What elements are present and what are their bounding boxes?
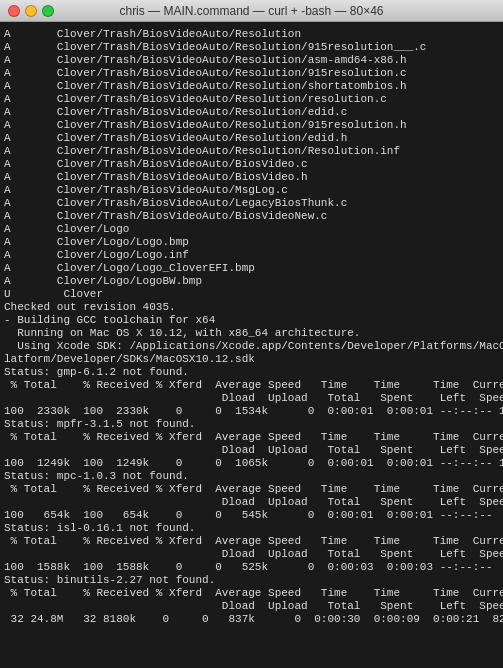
terminal-line: Dload Upload Total Spent Left Speed (4, 600, 499, 613)
terminal-line: A Clover/Trash/BiosVideoAuto/BiosVideo.h (4, 171, 499, 184)
terminal-line: Dload Upload Total Spent Left Speed (4, 392, 499, 405)
terminal-line: A Clover/Logo/Logo.bmp (4, 236, 499, 249)
terminal-line: % Total % Received % Xferd Average Speed… (4, 535, 499, 548)
terminal-line: A Clover/Trash/BiosVideoAuto/Resolution/… (4, 119, 499, 132)
terminal-line: Dload Upload Total Spent Left Speed (4, 496, 499, 509)
title-bar-buttons (8, 5, 54, 17)
terminal-line: A Clover/Trash/BiosVideoAuto/Resolution/… (4, 80, 499, 93)
close-button[interactable] (8, 5, 20, 17)
minimize-button[interactable] (25, 5, 37, 17)
terminal-line: A Clover/Trash/BiosVideoAuto/Resolution/… (4, 145, 499, 158)
terminal-line: A Clover/Trash/BiosVideoAuto/BiosVideoNe… (4, 210, 499, 223)
terminal-line: - Building GCC toolchain for x64 (4, 314, 499, 327)
terminal-line: A Clover/Trash/BiosVideoAuto/Resolution/… (4, 106, 499, 119)
terminal-line: A Clover/Logo (4, 223, 499, 236)
terminal-line: 100 2330k 100 2330k 0 0 1534k 0 0:00:01 … (4, 405, 499, 418)
window-title: chris — MAIN.command — curl + -bash — 80… (119, 4, 383, 18)
terminal-line: A Clover/Logo/LogoBW.bmp (4, 275, 499, 288)
terminal-line: Checked out revision 4035. (4, 301, 499, 314)
terminal-line: U Clover (4, 288, 499, 301)
terminal-line: 100 654k 100 654k 0 0 545k 0 0:00:01 0:0… (4, 509, 499, 522)
terminal-line: Running on Mac OS X 10.12, with x86_64 a… (4, 327, 499, 340)
terminal-line: Status: mpc-1.0.3 not found. (4, 470, 499, 483)
terminal-line: A Clover/Logo/Logo.inf (4, 249, 499, 262)
terminal-line: Dload Upload Total Spent Left Speed (4, 548, 499, 561)
terminal-line: Status: binutils-2.27 not found. (4, 574, 499, 587)
terminal-line: A Clover/Trash/BiosVideoAuto/Resolution/… (4, 67, 499, 80)
terminal-line: A Clover/Trash/BiosVideoAuto/LegacyBiosT… (4, 197, 499, 210)
terminal-line: A Clover/Trash/BiosVideoAuto/Resolution/… (4, 41, 499, 54)
terminal-line: A Clover/Trash/BiosVideoAuto/Resolution/… (4, 93, 499, 106)
terminal-line: Using Xcode SDK: /Applications/Xcode.app… (4, 340, 499, 353)
terminal-line: A Clover/Logo/Logo_CloverEFI.bmp (4, 262, 499, 275)
terminal-line: A Clover/Trash/BiosVideoAuto/Resolution/… (4, 132, 499, 145)
title-bar: chris — MAIN.command — curl + -bash — 80… (0, 0, 503, 22)
terminal-line: % Total % Received % Xferd Average Speed… (4, 483, 499, 496)
terminal-line: 100 1588k 100 1588k 0 0 525k 0 0:00:03 0… (4, 561, 499, 574)
terminal-line: 32 24.8M 32 8180k 0 0 837k 0 0:00:30 0:0… (4, 613, 499, 626)
terminal-line: Status: mpfr-3.1.5 not found. (4, 418, 499, 431)
terminal-line: % Total % Received % Xferd Average Speed… (4, 587, 499, 600)
terminal-line: A Clover/Trash/BiosVideoAuto/BiosVideo.c (4, 158, 499, 171)
terminal-line: % Total % Received % Xferd Average Speed… (4, 431, 499, 444)
terminal-line: Status: isl-0.16.1 not found. (4, 522, 499, 535)
terminal-line: 100 1249k 100 1249k 0 0 1065k 0 0:00:01 … (4, 457, 499, 470)
terminal-line: A Clover/Trash/BiosVideoAuto/Resolution/… (4, 54, 499, 67)
terminal-line: Dload Upload Total Spent Left Speed (4, 444, 499, 457)
terminal: A Clover/Trash/BiosVideoAuto/ResolutionA… (0, 22, 503, 668)
terminal-line: A Clover/Trash/BiosVideoAuto/MsgLog.c (4, 184, 499, 197)
terminal-line: latform/Developer/SDKs/MacOSX10.12.sdk (4, 353, 499, 366)
terminal-line: Status: gmp-6.1.2 not found. (4, 366, 499, 379)
terminal-line: % Total % Received % Xferd Average Speed… (4, 379, 499, 392)
maximize-button[interactable] (42, 5, 54, 17)
terminal-line: A Clover/Trash/BiosVideoAuto/Resolution (4, 28, 499, 41)
